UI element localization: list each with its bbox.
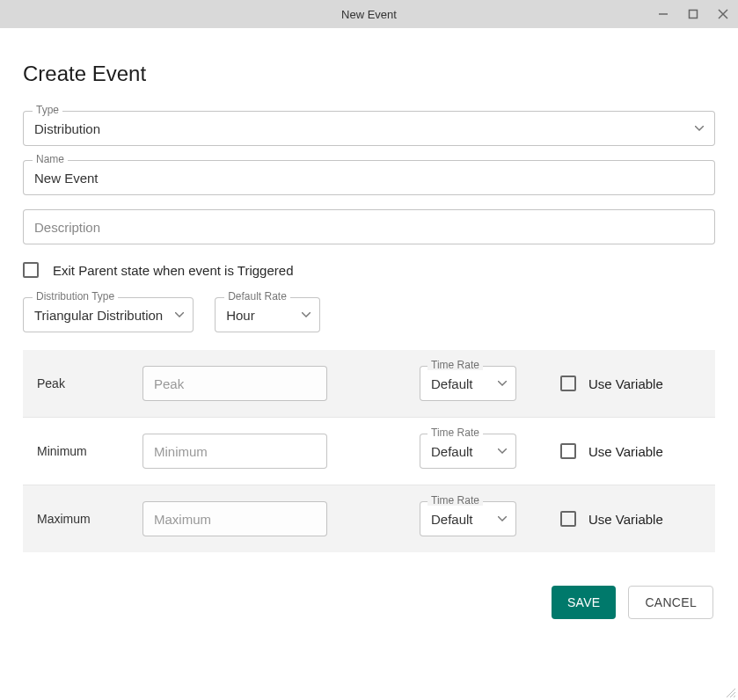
time-rate-label: Time Rate: [427, 495, 483, 506]
time-rate-label: Time Rate: [427, 427, 483, 438]
default-rate-select[interactable]: Default Rate Hour: [215, 297, 320, 332]
chevron-down-icon: [175, 312, 184, 317]
distribution-options-row: Distribution Type Triangular Distributio…: [23, 297, 715, 332]
param-input[interactable]: [142, 501, 327, 536]
name-field[interactable]: Name: [23, 160, 715, 195]
time-rate-select[interactable]: Time RateDefault: [420, 434, 516, 469]
param-row: MaximumTime RateDefaultUse Variable: [23, 485, 715, 552]
exit-parent-checkbox-row: Exit Parent state when event is Triggere…: [23, 262, 715, 278]
exit-parent-label: Exit Parent state when event is Triggere…: [53, 263, 293, 278]
use-variable-checkbox[interactable]: [560, 376, 576, 391]
chevron-down-icon: [302, 312, 311, 317]
time-rate-select[interactable]: Time RateDefault: [420, 366, 516, 401]
save-button[interactable]: SAVE: [552, 586, 617, 619]
default-rate-label: Default Rate: [224, 291, 290, 302]
chevron-down-icon: [498, 516, 507, 521]
param-input[interactable]: [142, 434, 327, 469]
name-input[interactable]: [34, 171, 704, 186]
time-rate-select[interactable]: Time RateDefault: [420, 501, 516, 536]
type-select[interactable]: Type Distribution: [23, 111, 715, 146]
chevron-down-icon: [695, 126, 704, 131]
time-rate-value: Default: [431, 376, 498, 391]
distribution-type-select[interactable]: Distribution Type Triangular Distributio…: [23, 297, 194, 332]
use-variable-checkbox[interactable]: [560, 443, 576, 459]
description-input[interactable]: [34, 220, 704, 235]
chevron-down-icon: [498, 381, 507, 386]
param-label: Minimum: [37, 444, 142, 458]
type-select-label: Type: [33, 105, 62, 115]
cancel-button[interactable]: CANCEL: [628, 586, 713, 619]
description-field[interactable]: [23, 209, 715, 244]
default-rate-value: Hour: [226, 308, 289, 323]
svg-rect-1: [690, 11, 698, 18]
parameters-table: PeakTime RateDefaultUse VariableMinimumT…: [23, 350, 715, 552]
use-variable-option: Use Variable: [560, 511, 701, 527]
dialog-content: Create Event Type Distribution Name Exit…: [0, 28, 738, 619]
window-controls: [657, 8, 729, 20]
time-rate-value: Default: [431, 444, 498, 459]
chevron-down-icon: [498, 448, 507, 454]
dialog-buttons: SAVE CANCEL: [23, 586, 715, 619]
param-row: PeakTime RateDefaultUse Variable: [23, 350, 715, 418]
type-select-value: Distribution: [34, 121, 695, 136]
param-label: Peak: [37, 376, 142, 390]
resize-grip-icon[interactable]: [724, 686, 736, 698]
param-row: MinimumTime RateDefaultUse Variable: [23, 418, 715, 485]
maximize-icon[interactable]: [687, 8, 699, 20]
minimize-icon[interactable]: [657, 8, 669, 20]
time-rate-value: Default: [431, 512, 498, 527]
page-title: Create Event: [23, 62, 715, 86]
use-variable-option: Use Variable: [560, 443, 701, 459]
distribution-type-label: Distribution Type: [33, 291, 118, 302]
use-variable-label: Use Variable: [588, 512, 663, 527]
svg-line-6: [734, 696, 735, 697]
name-field-label: Name: [33, 154, 68, 164]
exit-parent-checkbox[interactable]: [23, 262, 39, 278]
use-variable-option: Use Variable: [560, 376, 701, 391]
close-icon[interactable]: [717, 8, 729, 20]
window-title: New Event: [0, 8, 738, 21]
distribution-type-value: Triangular Distribution: [34, 308, 163, 323]
use-variable-label: Use Variable: [588, 444, 663, 459]
use-variable-checkbox[interactable]: [560, 511, 576, 527]
time-rate-label: Time Rate: [427, 360, 483, 370]
param-label: Maximum: [37, 512, 142, 526]
titlebar: New Event: [0, 0, 738, 28]
param-input[interactable]: [142, 366, 327, 401]
use-variable-label: Use Variable: [588, 376, 663, 391]
